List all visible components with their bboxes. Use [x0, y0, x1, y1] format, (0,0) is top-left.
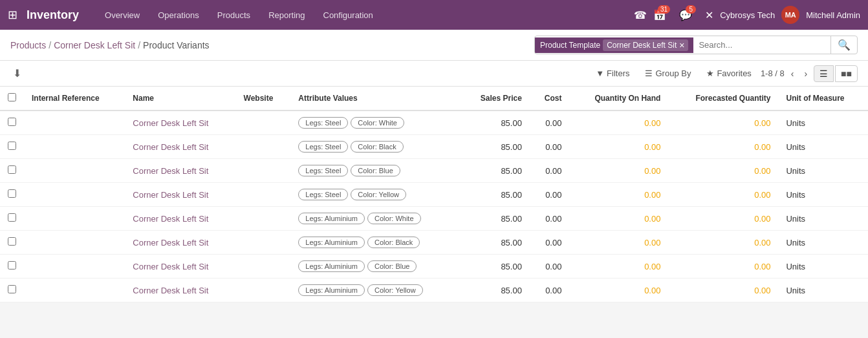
view-toggle: ☰ ■■: [814, 65, 858, 82]
cell-website-7: [236, 279, 291, 302]
row-checkbox-1[interactable]: [8, 142, 16, 150]
cell-cost-7: 0.00: [530, 279, 570, 302]
cell-internal-ref-1: [24, 135, 125, 159]
row-checkbox-cell[interactable]: [0, 135, 24, 159]
cell-name-6[interactable]: Corner Desk Left Sit: [125, 255, 235, 279]
cell-website-1: [236, 135, 291, 159]
attribute-badge: Legs: Aluminium: [298, 260, 365, 272]
row-checkbox-6[interactable]: [8, 261, 16, 269]
attribute-badge: Legs: Steel: [298, 117, 348, 129]
search-tag-value: Corner Desk Left Sit ×: [603, 39, 688, 51]
cell-forecasted-qty-1: 0.00: [668, 135, 778, 159]
cell-website-0: [236, 111, 291, 135]
select-all-header[interactable]: [0, 87, 24, 111]
cell-qty-on-hand-7: 0.00: [569, 279, 668, 302]
calendar-icon[interactable]: 📅 31: [653, 9, 666, 21]
cell-qty-on-hand-5: 0.00: [569, 231, 668, 255]
row-checkbox-cell[interactable]: [0, 183, 24, 207]
row-checkbox-2[interactable]: [8, 165, 16, 174]
nav-overview[interactable]: Overview: [97, 6, 147, 24]
cell-name-4[interactable]: Corner Desk Left Sit: [125, 207, 235, 231]
cell-uom-4: Units: [778, 207, 868, 231]
grid-menu-icon[interactable]: ⊞: [8, 8, 17, 22]
table-row: Corner Desk Left Sit Legs: AluminiumColo…: [0, 279, 868, 302]
nav-configuration[interactable]: Configuration: [316, 6, 381, 24]
user-avatar[interactable]: MA: [781, 6, 799, 24]
col-forecasted-qty: Forecasted Quantity: [668, 87, 778, 111]
cell-website-4: [236, 207, 291, 231]
username[interactable]: Mitchell Admin: [806, 10, 860, 20]
row-checkbox-cell[interactable]: [0, 231, 24, 255]
row-checkbox-cell[interactable]: [0, 207, 24, 231]
attribute-badge: Color: White: [367, 213, 421, 224]
row-checkbox-7[interactable]: [8, 285, 16, 293]
download-button[interactable]: ⬇: [10, 65, 24, 82]
cell-website-3: [236, 183, 291, 207]
cell-forecasted-qty-5: 0.00: [668, 231, 778, 255]
product-variants-table: Internal Reference Name Website Attribut…: [0, 87, 868, 302]
cell-uom-5: Units: [778, 231, 868, 255]
cell-qty-on-hand-0: 0.00: [569, 111, 668, 135]
table-row: Corner Desk Left Sit Legs: SteelColor: Y…: [0, 183, 868, 207]
cell-internal-ref-6: [24, 255, 125, 279]
col-internal-ref: Internal Reference: [24, 87, 125, 111]
cell-internal-ref-2: [24, 159, 125, 183]
cell-forecasted-qty-7: 0.00: [668, 279, 778, 302]
cell-attributes-6: Legs: AluminiumColor: Blue: [290, 255, 461, 279]
group-by-button[interactable]: ☰ Group By: [638, 65, 697, 81]
row-checkbox-4[interactable]: [8, 213, 16, 222]
attribute-badge: Color: Blue: [351, 165, 400, 176]
search-input[interactable]: [693, 37, 830, 52]
row-checkbox-0[interactable]: [8, 118, 16, 126]
row-checkbox-cell[interactable]: [0, 279, 24, 302]
list-view-button[interactable]: ☰: [814, 65, 834, 82]
nav-products[interactable]: Products: [210, 6, 258, 24]
row-checkbox-cell[interactable]: [0, 255, 24, 279]
cell-qty-on-hand-1: 0.00: [569, 135, 668, 159]
prev-page-button[interactable]: ‹: [787, 66, 798, 81]
breadcrumb: Products / Corner Desk Left Sit / Produc…: [10, 40, 210, 50]
kanban-view-button[interactable]: ■■: [835, 65, 858, 82]
cell-internal-ref-7: [24, 279, 125, 302]
row-checkbox-cell[interactable]: [0, 111, 24, 135]
phone-icon[interactable]: ☎: [634, 9, 647, 21]
cell-sales-price-3: 85.00: [461, 183, 530, 207]
table-body: Corner Desk Left Sit Legs: SteelColor: W…: [0, 111, 868, 302]
message-icon[interactable]: 💬 5: [679, 9, 692, 21]
cell-attributes-0: Legs: SteelColor: White: [290, 111, 461, 135]
row-checkbox-cell[interactable]: [0, 159, 24, 183]
table-row: Corner Desk Left Sit Legs: AluminiumColo…: [0, 207, 868, 231]
favorites-button[interactable]: ★ Favorites: [700, 65, 757, 81]
cell-name-5[interactable]: Corner Desk Left Sit: [125, 231, 235, 255]
cell-forecasted-qty-3: 0.00: [668, 183, 778, 207]
col-name: Name: [125, 87, 235, 111]
nav-reporting[interactable]: Reporting: [261, 6, 312, 24]
attribute-badge: Legs: Aluminium: [298, 213, 365, 224]
cell-name-1[interactable]: Corner Desk Left Sit: [125, 135, 235, 159]
product-variants-table-container: Internal Reference Name Website Attribut…: [0, 87, 868, 302]
search-submit-button[interactable]: 🔍: [830, 36, 857, 54]
cell-name-2[interactable]: Corner Desk Left Sit: [125, 159, 235, 183]
cell-qty-on-hand-4: 0.00: [569, 207, 668, 231]
cell-forecasted-qty-4: 0.00: [668, 207, 778, 231]
select-all-checkbox[interactable]: [8, 93, 16, 101]
breadcrumb-corner-desk-link[interactable]: Corner Desk Left Sit: [54, 40, 135, 50]
cell-uom-0: Units: [778, 111, 868, 135]
search-tag-close-btn[interactable]: ×: [679, 40, 684, 50]
filters-button[interactable]: ▼ Filters: [589, 65, 636, 81]
search-bar: Product Template Corner Desk Left Sit × …: [534, 36, 858, 54]
table-header: Internal Reference Name Website Attribut…: [0, 87, 868, 111]
cell-name-3[interactable]: Corner Desk Left Sit: [125, 183, 235, 207]
next-page-button[interactable]: ›: [800, 66, 811, 81]
nav-operations[interactable]: Operations: [150, 6, 207, 24]
cell-uom-1: Units: [778, 135, 868, 159]
row-checkbox-5[interactable]: [8, 237, 16, 246]
cell-name-0[interactable]: Corner Desk Left Sit: [125, 111, 235, 135]
close-icon[interactable]: ✕: [705, 9, 713, 21]
col-cost: Cost: [530, 87, 570, 111]
breadcrumb-products-link[interactable]: Products: [10, 40, 46, 50]
cell-website-2: [236, 159, 291, 183]
row-checkbox-3[interactable]: [8, 189, 16, 198]
cell-name-7[interactable]: Corner Desk Left Sit: [125, 279, 235, 302]
cell-cost-5: 0.00: [530, 231, 570, 255]
